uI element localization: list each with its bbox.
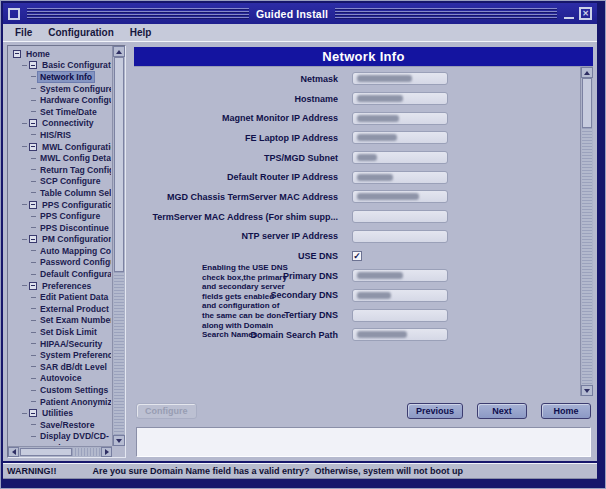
tree-item-label: Password Configur [38,257,111,267]
tree-item-set-exam-number[interactable]: Set Exam Number [9,315,111,327]
tree-item-custom-settings[interactable]: Custom Settings [9,384,111,396]
form-row-use-dns: USE DNS✓ [134,246,577,266]
tree-item-mwl-configuration[interactable]: MWL Configuration [9,141,111,153]
tree-item-table-column-sele[interactable]: Table Column Sele [9,187,111,199]
form-row-secondary-dns: Secondary DNS [134,286,577,306]
home-button[interactable]: Home [541,403,591,419]
tree-vscrollbar[interactable] [112,46,125,446]
tree-item-hardware-configur[interactable]: Hardware Configur [9,94,111,106]
window-system-icon[interactable] [8,8,20,20]
warning-message: Are you sure Domain Name field has a val… [93,466,464,476]
tree-item-label: Table Column Sele [38,188,111,198]
collapse-node-icon[interactable] [29,61,37,69]
scroll-up-icon[interactable] [113,46,125,57]
scroll-left-icon[interactable] [8,447,19,457]
form-vscrollbar[interactable] [580,67,593,396]
tree-item-scp-configure[interactable]: SCP Configure [9,176,111,188]
tree-item-preferences[interactable]: Preferences [9,280,111,292]
tree-item-sar-db-dt-level[interactable]: SAR dB/dt Level [9,361,111,373]
tree-item-auto-mapping-con[interactable]: Auto Mapping Con [9,245,111,257]
configure-button[interactable]: Configure [136,403,197,419]
tree-item-return-tag-config[interactable]: Return Tag Config [9,164,111,176]
scroll-track[interactable] [114,272,124,435]
tree-item-mwl-config-detail[interactable]: MWL Config Detail [9,152,111,164]
tree-item-label: Autovoice [38,373,84,383]
collapse-node-icon[interactable] [29,201,37,209]
tree-item-utilities[interactable]: Utilities [9,407,111,419]
hostname-field[interactable] [352,92,448,105]
menu-item-configuration[interactable]: Configuration [41,26,121,39]
tree-item-his-ris[interactable]: HIS/RIS [9,129,111,141]
default-router-ip-address-field[interactable] [352,171,448,184]
scroll-track[interactable] [582,128,592,385]
tree-item-default-configurat[interactable]: Default Configurat [9,268,111,280]
next-button[interactable]: Next [477,403,527,419]
redacted-value [357,272,403,279]
tree-item-connectivity[interactable]: Connectivity [9,118,111,130]
tree-item-hipaa-security[interactable]: HIPAA/Security [9,338,111,350]
previous-button[interactable]: Previous [407,403,463,419]
collapse-node-icon[interactable] [29,235,37,243]
tree-item-save-restore[interactable]: Save/Restore [9,419,111,431]
netmask-field[interactable] [352,72,448,85]
collapse-node-icon[interactable] [13,50,21,58]
tertiary-dns-field[interactable] [352,309,448,322]
tree-item-pps-configuration[interactable]: PPS Configuration [9,199,111,211]
close-icon[interactable]: ✕ [579,7,592,20]
tree-item-patient-anonymiza[interactable]: Patient Anonymiza [9,396,111,408]
scroll-down-icon[interactable] [581,385,593,396]
scroll-down-icon[interactable] [113,435,125,446]
tree-item-display-dvd-cd[interactable]: Display DVD/CD- [9,431,111,443]
collapse-node-icon[interactable] [29,409,37,417]
menu-item-file[interactable]: File [8,26,39,39]
tree-item-external-product-c[interactable]: External Product C [9,303,111,315]
tree-connector [31,308,36,309]
tree-item-set-time-date[interactable]: Set Time/Date [9,106,111,118]
tree-connector [31,76,36,77]
minimize-icon[interactable] [564,8,574,19]
tps-mgd-subnet-field[interactable] [352,151,448,164]
scroll-right-icon[interactable] [101,447,112,457]
secondary-dns-field[interactable] [352,289,448,302]
network-info-form: NetmaskHostnameMagnet Monitor IP Address… [134,66,593,396]
tree-item-edit-patient-data[interactable]: Edit Patient Data [9,291,111,303]
use-dns-checkbox[interactable]: ✓ [352,251,362,261]
tree-item-basic-configuration[interactable]: Basic Configuration [9,60,111,72]
scroll-track[interactable] [72,448,100,456]
menu-bar: FileConfigurationHelp [3,24,597,42]
tree-hscrollbar[interactable] [8,446,112,457]
scroll-thumb[interactable] [20,448,72,456]
mgd-chassis-termserver-mac-address-field[interactable] [352,190,448,203]
form-row-default-router-ip-address: Default Router IP Address [134,167,577,187]
tree-item-pm-configuration[interactable]: PM Configuration [9,234,111,246]
scroll-up-icon[interactable] [581,67,593,78]
fe-laptop-ip-address-field[interactable] [352,131,448,144]
tree-item-password-configur[interactable]: Password Configur [9,257,111,269]
title-bar[interactable]: Guided Install ✕ [3,3,597,24]
scroll-thumb[interactable] [114,57,124,272]
scroll-thumb[interactable] [582,78,592,128]
tree-item-system-configure[interactable]: System Configure [9,83,111,95]
collapse-node-icon[interactable] [29,282,37,290]
form-row-tps-mgd-subnet: TPS/MGD Subnet [134,148,577,168]
tree-item-home[interactable]: Home [9,48,111,60]
tree-item-system-preferences[interactable]: System Preferences [9,349,111,361]
termserver-mac-address-for-shim-supp-field[interactable] [352,210,448,223]
tree-item-set-disk-limit[interactable]: Set Disk Limit [9,326,111,338]
redacted-value [357,331,407,338]
tree-item-network-info[interactable]: Network Info [9,71,111,83]
primary-dns-field[interactable] [352,269,448,282]
menu-item-help[interactable]: Help [123,26,159,39]
tree-item-patches[interactable]: Patches [9,442,111,445]
ntp-server-ip-address-field[interactable] [352,230,448,243]
form-row-tertiary-dns: Tertiary DNS [134,305,577,325]
collapse-node-icon[interactable] [29,119,37,127]
magnet-monitor-ip-address-field[interactable] [352,112,448,125]
field-label: FE Laptop IP Address [134,133,352,143]
tree-item-label: MWL Config Detail [38,153,111,163]
domain-search-path-field[interactable] [352,328,448,341]
tree-item-pps-configure[interactable]: PPS Configure [9,210,111,222]
tree-item-autovoice[interactable]: Autovoice [9,373,111,385]
collapse-node-icon[interactable] [29,143,37,151]
tree-item-pps-discontinue-re[interactable]: PPS Discontinue Re [9,222,111,234]
